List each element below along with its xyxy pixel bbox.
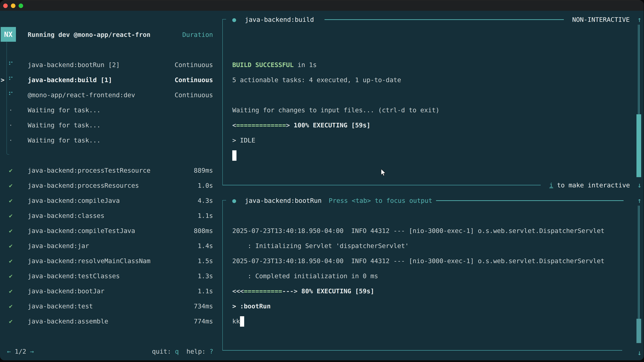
- build-panel-header-line: [324, 19, 564, 20]
- task-name: java-backend:bootJar: [28, 284, 104, 299]
- task-duration: 1.3s: [144, 269, 213, 284]
- task-name: @mono-app/react-frontend:dev: [28, 87, 135, 103]
- task-duration: Continuous: [144, 87, 213, 103]
- build-time-text: in 1s: [294, 61, 317, 68]
- task-success-check-icon: ✔: [7, 269, 15, 284]
- zoom-button-icon[interactable]: [18, 3, 23, 8]
- task-name: Waiting for task...: [28, 103, 100, 118]
- nx-logo: NX: [1, 27, 16, 42]
- task-duration: Continuous: [144, 72, 213, 87]
- progress-bar-right-cap: >: [286, 121, 290, 129]
- progress-bar-fill: ==========: [244, 287, 282, 295]
- task-row[interactable]: ✔java-backend:assemble774ms: [0, 314, 218, 329]
- bootrun-panel-bottom-line: [222, 350, 622, 351]
- gradle-progress-line: <=============> 100% EXECUTING [59s]: [232, 118, 370, 133]
- task-name: java-backend:compileJava: [28, 193, 120, 208]
- task-running-spinner-icon: ⠋: [7, 87, 15, 103]
- minimize-button-icon[interactable]: [11, 3, 16, 8]
- task-duration: 1.1s: [144, 208, 213, 223]
- interactive-hint-key: i: [550, 182, 553, 189]
- task-success-check-icon: ✔: [7, 253, 15, 269]
- help-key: ?: [210, 348, 213, 355]
- task-row[interactable]: ✔java-backend:bootJar1.1s: [0, 284, 218, 299]
- log-line: : Completed initialization in 0 ms: [232, 269, 378, 284]
- task-row[interactable]: ·Waiting for task...: [0, 118, 218, 133]
- idle-line: > IDLE: [232, 133, 255, 148]
- scrollbar-track[interactable]: [638, 25, 640, 114]
- task-row[interactable]: ✔java-backend:test734ms: [0, 299, 218, 314]
- task-duration: Continuous: [144, 57, 213, 72]
- task-row[interactable]: ·Waiting for task...: [0, 103, 218, 118]
- log-line: 2025-07-23T13:40:18.950-04:00 INFO 44312…: [232, 253, 604, 269]
- build-panel-bullet-icon: ●: [232, 12, 236, 27]
- page-indicator: 1/2: [15, 348, 26, 355]
- task-name: java-backend:jar: [28, 238, 89, 253]
- task-row[interactable]: ✔java-backend:resolveMainClassNam1.5s: [0, 253, 218, 269]
- bootrun-panel-header-line: [436, 200, 624, 201]
- window-titlebar[interactable]: [0, 0, 644, 11]
- task-duration: 1.4s: [144, 238, 213, 253]
- build-status-line: BUILD SUCCESSFUL in 1s: [232, 57, 317, 72]
- non-interactive-badge: NON-INTERACTIVE: [554, 12, 630, 27]
- task-duration: 734ms: [144, 299, 213, 314]
- bootrun-panel-bullet-icon: ●: [232, 193, 236, 208]
- mouse-cursor-icon: [381, 169, 386, 177]
- build-panel-title: java-backend:build: [245, 12, 314, 27]
- task-success-check-icon: ✔: [7, 284, 15, 299]
- terminal-cursor: [232, 150, 236, 161]
- quit-label: quit:: [152, 348, 175, 355]
- task-duration: 4.3s: [144, 193, 213, 208]
- task-name: java-backend:test: [28, 299, 93, 314]
- task-row[interactable]: ⠋@mono-app/react-frontend:devContinuous: [0, 87, 218, 103]
- keyboard-hints: quit: q help: ?: [134, 344, 213, 359]
- task-name: java-backend:bootRun [2]: [28, 57, 120, 72]
- task-name: java-backend:resolveMainClassNam: [28, 253, 150, 269]
- task-row[interactable]: ✔java-backend:classes1.1s: [0, 208, 218, 223]
- build-successful-text: BUILD SUCCESSFUL: [232, 61, 294, 68]
- task-row[interactable]: ✔java-backend:compileTestJava808ms: [0, 223, 218, 238]
- task-waiting-dot-icon: ·: [7, 133, 15, 148]
- pager: ← 1/2 →: [7, 344, 34, 359]
- task-name: java-backend:compileTestJava: [28, 223, 135, 238]
- task-success-check-icon: ✔: [7, 314, 15, 329]
- task-row[interactable]: ✔java-backend:processTestResource889ms: [0, 163, 218, 178]
- task-row[interactable]: ✔java-backend:testClasses1.3s: [0, 269, 218, 284]
- scroll-down-icon[interactable]: ↓: [634, 178, 644, 193]
- task-waiting-dot-icon: ·: [7, 103, 15, 118]
- task-duration: 1.5s: [144, 253, 213, 269]
- build-panel-bottom-line: [222, 185, 541, 185]
- task-row[interactable]: >⠋java-backend:build [1]Continuous: [0, 72, 218, 87]
- task-name: java-backend:assemble: [28, 314, 108, 329]
- task-row[interactable]: ✔java-backend:processResources1.0s: [0, 178, 218, 193]
- help-label: help:: [179, 348, 210, 355]
- gradle-progress-line: <<<==========---> 80% EXECUTING [59s]: [232, 284, 374, 299]
- scrollbar-thumb[interactable]: [636, 319, 641, 343]
- task-duration: 1.1s: [144, 284, 213, 299]
- scroll-down-icon[interactable]: ↓: [634, 345, 644, 360]
- task-name: java-backend:testClasses: [28, 269, 120, 284]
- task-success-check-icon: ✔: [7, 208, 15, 223]
- interactive-hint: i to make interactive: [503, 178, 630, 193]
- progress-label: 80% EXECUTING [59s]: [298, 287, 374, 295]
- task-row[interactable]: ✔java-backend:jar1.4s: [0, 238, 218, 253]
- scrollbar-thumb[interactable]: [636, 114, 641, 177]
- progress-bar-left-cap: <: [232, 121, 236, 129]
- task-duration: 1.0s: [144, 178, 213, 193]
- task-duration: 808ms: [144, 223, 213, 238]
- bootrun-panel-title: java-backend:bootRun: [245, 193, 322, 208]
- task-name: Waiting for task...: [28, 118, 100, 133]
- typed-input[interactable]: kk: [232, 314, 240, 329]
- task-row[interactable]: ·Waiting for task...: [0, 133, 218, 148]
- prev-page-arrow-icon[interactable]: ←: [7, 348, 11, 355]
- scrollbar-track[interactable]: [638, 206, 640, 319]
- task-success-check-icon: ✔: [7, 178, 15, 193]
- close-button-icon[interactable]: [3, 3, 8, 8]
- task-row[interactable]: ⠋java-backend:bootRun [2]Continuous: [0, 57, 218, 72]
- task-success-check-icon: ✔: [7, 299, 15, 314]
- next-page-arrow-icon[interactable]: →: [30, 348, 34, 355]
- task-running-spinner-icon: ⠋: [7, 57, 15, 72]
- sidebar-title: Running dev @mono-app/react-fron: [28, 27, 150, 42]
- tasks-summary-line: 5 actionable tasks: 4 executed, 1 up-to-…: [232, 72, 401, 87]
- task-duration: 774ms: [144, 314, 213, 329]
- task-row[interactable]: ✔java-backend:compileJava4.3s: [0, 193, 218, 208]
